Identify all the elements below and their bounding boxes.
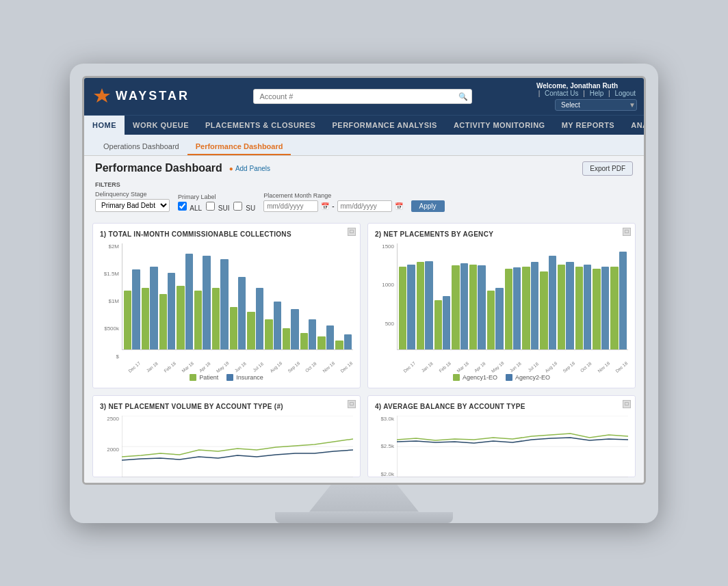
bar-group	[610, 243, 627, 349]
start-date-input[interactable]	[263, 200, 318, 212]
bar	[283, 328, 290, 349]
bar	[185, 254, 193, 349]
bar-group	[540, 243, 556, 349]
legend-patient-label: Patient	[199, 374, 218, 381]
chart-2-legend: Agency1-EO Agency2-EO	[375, 374, 628, 381]
bar-group	[124, 243, 140, 349]
monitor-screen: WAYSTAR 🔍 Welcome, Jonathan Ruth | Conta…	[82, 76, 646, 485]
add-panels-link[interactable]: ● Add Panels	[229, 165, 270, 172]
su-checkbox[interactable]	[233, 202, 242, 211]
y-label: $	[116, 354, 119, 360]
select-wrap[interactable]: Select ▼	[555, 99, 636, 111]
minimize-chart-4[interactable]: □	[623, 400, 631, 408]
bar	[619, 252, 627, 349]
bar	[399, 267, 406, 349]
chart-panel-2: □ 2) NET PLACEMENTS BY AGENCY 1500 1000 …	[367, 223, 636, 388]
dashboard-title-row: Performance Dashboard ● Add Panels	[95, 162, 270, 174]
y-label: $2.0k	[380, 471, 394, 477]
waystar-logo-icon	[92, 87, 112, 106]
user-links: | Contact Us | Help | Logout	[536, 90, 636, 97]
apply-button[interactable]: Apply	[411, 200, 445, 212]
chart-1-body: $2M $1.5M $1M $500k $	[100, 243, 353, 364]
nav-item-placements[interactable]: PLACEMENTS & CLOSURES	[197, 116, 324, 135]
chart-4-line-container	[397, 416, 628, 485]
bar-group	[177, 243, 193, 349]
logout-link[interactable]: Logout	[614, 90, 636, 97]
bar	[168, 273, 175, 349]
bar	[610, 267, 618, 349]
y-label: $500k	[104, 325, 119, 332]
nav-item-work-queue[interactable]: WORK QUEUE	[125, 116, 197, 135]
bar	[291, 309, 298, 349]
legend-insurance: Insurance	[226, 374, 263, 381]
minimize-chart-2[interactable]: □	[623, 228, 631, 236]
tab-operations-dashboard[interactable]: Operations Dashboard	[95, 139, 187, 155]
search-area[interactable]: 🔍	[253, 89, 472, 104]
bar-group	[522, 243, 538, 349]
su-checkbox-label[interactable]: SU	[233, 202, 255, 212]
select-dropdown[interactable]: Select	[555, 99, 637, 111]
bar	[309, 319, 316, 349]
dashboard-header: Performance Dashboard ● Add Panels Expor…	[84, 156, 644, 178]
nav-item-home[interactable]: HOME	[84, 116, 125, 135]
date-range-separator: -	[332, 202, 334, 210]
chart-2-title: 2) NET PLACEMENTS BY AGENCY	[375, 230, 628, 238]
delinquency-label: Delinquency Stage	[95, 191, 170, 198]
bar-group	[335, 243, 352, 349]
user-welcome-text: Welcome, Jonathan Ruth | Contact Us | He…	[536, 82, 636, 97]
nav-bar: HOME WORK QUEUE PLACEMENTS & CLOSURES PE…	[84, 115, 644, 135]
search-icon: 🔍	[458, 92, 468, 101]
export-pdf-button[interactable]: Export PDF	[582, 161, 633, 176]
chart-2-area: 1500 1000 500 Dec 17Jan 18Feb 18Ma	[375, 243, 628, 370]
chart-1-title: 1) TOTAL IN-MONTH COMMISSIONABLE COLLECT…	[100, 230, 353, 238]
nav-item-activity[interactable]: ACTIVITY MONITORING	[445, 116, 554, 135]
search-input[interactable]	[253, 89, 472, 104]
nav-item-my-reports[interactable]: MY REPORTS	[554, 116, 623, 135]
bar-group	[505, 243, 521, 349]
delinquency-select[interactable]: Primary Bad Debt	[95, 199, 170, 212]
chart-1-area: $2M $1.5M $1M $500k $	[100, 243, 353, 370]
checkbox-group: ALL SUI SU	[178, 202, 255, 212]
plus-icon: ●	[229, 165, 233, 172]
bar	[407, 265, 415, 349]
nav-item-analysis[interactable]: ANALYSIS	[623, 116, 646, 135]
legend-insurance-label: Insurance	[236, 374, 263, 381]
bar-group	[417, 243, 433, 349]
bar-group	[487, 243, 504, 349]
bar	[317, 336, 325, 349]
y-label: 500	[385, 321, 394, 327]
minimize-chart-1[interactable]: □	[348, 228, 356, 236]
calendar-icon-start[interactable]: 📅	[321, 202, 329, 210]
sui-checkbox[interactable]	[206, 202, 215, 211]
chart-4-title: 4) AVERAGE BALANCE BY ACCOUNT TYPE	[375, 403, 628, 410]
chart-2-x-labels: Dec 17Jan 18Feb 18Mar 18Apr 18May 18Jun …	[375, 365, 628, 370]
chart-2-bars-container	[397, 243, 628, 364]
bar	[142, 288, 149, 349]
y-label: 1000	[382, 282, 394, 288]
bar	[203, 256, 210, 349]
y-label: $1.5M	[104, 271, 119, 277]
y-label: 2500	[107, 416, 119, 422]
calendar-icon-end[interactable]: 📅	[395, 202, 403, 210]
help-link[interactable]: Help	[590, 90, 604, 97]
end-date-input[interactable]	[337, 200, 392, 212]
bar-group	[575, 243, 592, 349]
bar	[478, 265, 485, 349]
legend-agency1-dot	[453, 374, 460, 381]
user-name: Welcome, Jonathan Ruth	[536, 82, 618, 90]
bar	[566, 262, 573, 349]
minimize-chart-3[interactable]: □	[348, 400, 356, 408]
tab-performance-dashboard[interactable]: Performance Dashboard	[187, 139, 291, 155]
legend-agency1: Agency1-EO	[453, 374, 497, 381]
bar	[593, 269, 600, 349]
bar	[220, 259, 228, 349]
y-label: $1M	[108, 298, 119, 304]
nav-item-performance[interactable]: PERFORMANCE ANALYSIS	[324, 116, 445, 135]
bar	[230, 307, 237, 349]
bar	[522, 267, 530, 349]
all-checkbox[interactable]	[178, 202, 187, 211]
contact-link[interactable]: Contact Us	[545, 90, 578, 97]
legend-patient-dot	[190, 374, 196, 381]
sui-checkbox-label[interactable]: SUI	[206, 202, 229, 212]
all-checkbox-label[interactable]: ALL	[178, 202, 202, 212]
